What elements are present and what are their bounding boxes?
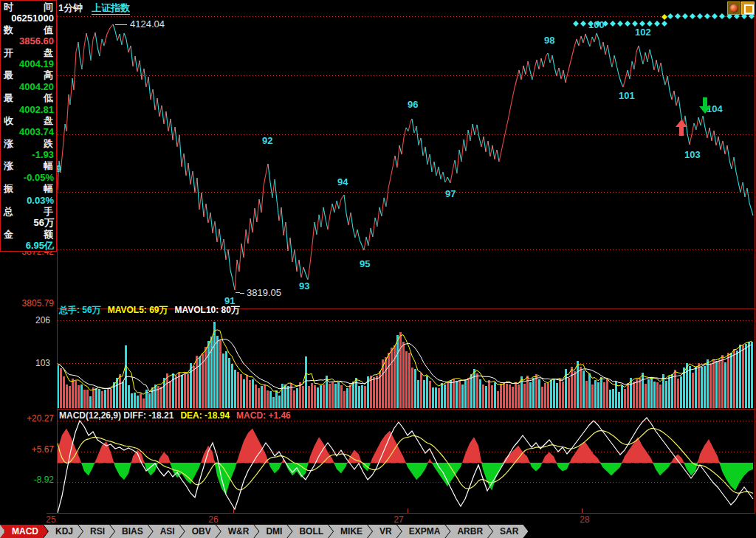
tab-boll[interactable]: BOLL (287, 525, 333, 538)
price-line-segment (632, 61, 634, 69)
tab-macd[interactable]: MACD (0, 525, 48, 538)
price-line-segment (315, 222, 317, 235)
volume-bar (205, 347, 207, 408)
price-line-segment (694, 123, 696, 130)
volume-bar (187, 374, 189, 408)
quote-field-value: 4004.20 (1, 81, 56, 92)
price-line-segment (179, 135, 182, 167)
volume-bar (246, 375, 248, 408)
price-line-segment (166, 111, 168, 131)
symbol-label[interactable]: 上证指数 (92, 2, 130, 15)
tab-arbr[interactable]: ARBR (445, 525, 492, 538)
volume-bar (104, 390, 106, 409)
price-line-segment (566, 73, 568, 83)
price-line-segment (224, 239, 226, 260)
price-line-segment (430, 154, 432, 172)
volume-bar (701, 367, 703, 408)
price-line-segment (654, 60, 656, 70)
quote-field-label: 收盘 (1, 115, 56, 126)
price-line-segment (461, 139, 464, 162)
price-line-segment (330, 204, 332, 215)
price-line-segment (701, 116, 703, 125)
volume-bar (237, 372, 239, 408)
price-line-segment (208, 213, 210, 223)
price-line-segment (698, 117, 701, 125)
price-line-segment (228, 249, 230, 270)
volume-bar (603, 382, 605, 408)
price-line-segment (612, 55, 614, 67)
price-line-segment (404, 128, 406, 137)
period-label: 1分钟 (58, 2, 83, 13)
price-line-segment (281, 207, 284, 235)
volume-bar (261, 386, 263, 409)
wave-count-label: 93 (299, 280, 309, 292)
tab-kdj[interactable]: KDJ (44, 525, 83, 538)
price-line-segment (317, 215, 319, 235)
volume-bar (231, 364, 233, 408)
wave-count-label: 95 (360, 258, 370, 269)
price-line-segment (284, 222, 286, 235)
price-line-segment (321, 207, 323, 227)
diamond-marker (610, 21, 616, 27)
price-line-segment (645, 52, 647, 62)
price-line-segment (447, 177, 450, 183)
restore-window-icon[interactable] (741, 1, 755, 15)
volume-bar (518, 384, 520, 408)
volume-bar (583, 370, 585, 408)
volume-header-item: MAVOL10: 80万 (174, 305, 239, 315)
price-line-segment (656, 60, 659, 72)
volume-bar (399, 332, 402, 408)
price-axis-label: 3805.79 (22, 298, 55, 308)
price-line-segment (592, 37, 594, 42)
quote-field-label: 时间 (1, 1, 56, 13)
price-line-segment (355, 230, 357, 238)
tab-obv[interactable]: OBV (180, 525, 221, 538)
macd-header-item: DEA: -18.94 (180, 410, 230, 421)
volume-bar (178, 373, 180, 408)
app-logo-icon[interactable] (727, 1, 740, 15)
price-line-segment (554, 67, 557, 76)
tab-expma[interactable]: EXPMA (397, 525, 450, 538)
price-line-segment (492, 145, 495, 159)
tab-bias[interactable]: BIAS (110, 525, 153, 538)
price-line-segment (151, 89, 153, 100)
volume-bar (739, 345, 741, 408)
quote-field-value: 4002.81 (1, 104, 56, 115)
price-line-segment (255, 208, 257, 222)
diamond-marker (704, 13, 710, 19)
price-line-segment (144, 69, 146, 87)
tab-rsi[interactable]: RSI (78, 525, 114, 538)
volume-bar (630, 378, 632, 408)
volume-bar (255, 384, 257, 408)
chart-canvas[interactable]: 991929394959697981001011021031043872.423… (0, 0, 756, 524)
volume-bar (110, 389, 112, 409)
price-line-segment (334, 201, 337, 213)
price-line-segment (337, 201, 339, 209)
tab-dmi[interactable]: DMI (254, 525, 292, 538)
price-line-segment (501, 141, 504, 151)
tab-vr[interactable]: VR (368, 525, 402, 538)
macd-header: MACD(12,26,9) DIFF: -18.21DEA: -18.94MAC… (59, 410, 298, 421)
price-line-segment (63, 124, 65, 150)
price-line-segment (206, 204, 208, 223)
tab-wandr[interactable]: W&R (216, 525, 259, 538)
tab-sar[interactable]: SAR (488, 525, 528, 538)
price-line-segment (623, 79, 625, 87)
price-line-segment (718, 137, 721, 150)
volume-bar (444, 384, 446, 409)
tab-mike[interactable]: MIKE (329, 525, 372, 538)
price-line-segment (377, 207, 379, 227)
price-line-segment (74, 52, 76, 90)
volume-bar (538, 379, 540, 408)
price-line-segment (528, 61, 530, 71)
volume-bar (92, 387, 94, 408)
tab-asi[interactable]: ASI (148, 525, 185, 538)
volume-bar (358, 386, 360, 408)
volume-bar (154, 384, 157, 408)
price-line-segment (133, 56, 135, 66)
price-line-segment (193, 171, 195, 193)
diamond-marker (662, 14, 667, 20)
price-line-segment (153, 89, 155, 110)
price-line-segment (738, 182, 740, 193)
price-line-segment (665, 76, 667, 85)
